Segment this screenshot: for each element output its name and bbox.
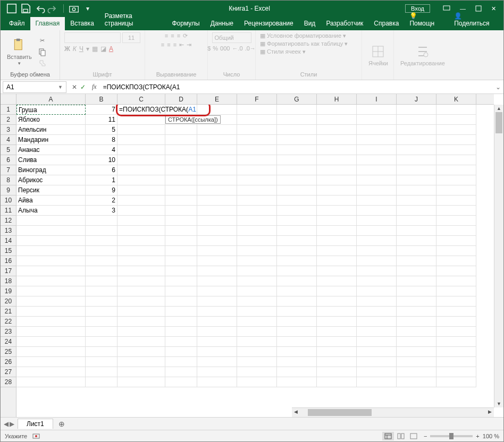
tab-home[interactable]: Главная — [30, 17, 65, 30]
cell-E7[interactable] — [197, 165, 237, 175]
cell-J12[interactable] — [397, 216, 436, 226]
view-normal-icon[interactable] — [382, 432, 394, 440]
cell-I19[interactable] — [357, 286, 397, 296]
cell-D25[interactable] — [165, 347, 197, 357]
cell-B14[interactable] — [86, 236, 117, 246]
cell-F4[interactable] — [237, 135, 277, 145]
tab-view[interactable]: Вид — [299, 17, 321, 30]
cell-C23[interactable] — [117, 327, 165, 337]
cell-E13[interactable] — [197, 226, 237, 236]
cell-K28[interactable] — [436, 377, 476, 387]
cell-A17[interactable] — [16, 266, 86, 276]
cell-I10[interactable] — [357, 196, 397, 206]
cell-A22[interactable] — [16, 317, 86, 327]
cell-G14[interactable] — [277, 236, 317, 246]
cell-D13[interactable] — [165, 226, 197, 236]
font-name-select[interactable] — [64, 32, 121, 43]
cell-C13[interactable] — [117, 226, 165, 236]
cell-A25[interactable] — [16, 347, 86, 357]
cell-H19[interactable] — [317, 286, 357, 296]
cell-G26[interactable] — [277, 357, 317, 367]
tab-help[interactable]: Справка — [368, 17, 404, 30]
cell-A8[interactable]: Абрикос — [16, 175, 86, 185]
cell-F14[interactable] — [237, 236, 277, 246]
cell-A13[interactable] — [16, 226, 86, 236]
cell-F28[interactable] — [237, 377, 277, 387]
italic-button[interactable]: К — [73, 45, 77, 53]
cell-J9[interactable] — [397, 185, 436, 196]
cell-G7[interactable] — [277, 165, 317, 175]
cell-E22[interactable] — [197, 317, 237, 327]
expand-formula-bar-icon[interactable]: ⌄ — [493, 83, 503, 91]
cell-B26[interactable] — [86, 357, 117, 367]
cell-H4[interactable] — [317, 135, 357, 145]
cell-D5[interactable] — [165, 145, 197, 155]
cell-K8[interactable] — [436, 175, 476, 185]
cell-G24[interactable] — [277, 337, 317, 347]
cell-G28[interactable] — [277, 377, 317, 387]
cell-J23[interactable] — [397, 327, 436, 337]
cell-D16[interactable] — [165, 256, 197, 266]
cell-F7[interactable] — [237, 165, 277, 175]
cell-J13[interactable] — [397, 226, 436, 236]
cell-H1[interactable] — [317, 105, 357, 115]
cell-F16[interactable] — [237, 256, 277, 266]
scroll-down-icon[interactable]: ▼ — [494, 400, 503, 407]
fx-icon[interactable]: fx — [89, 83, 100, 91]
name-box[interactable]: A1 ▼ — [3, 81, 66, 93]
cells-container[interactable]: СТРОКА([ссылка]) Груша7=ПОИСКПОЗ(СТРОКА(… — [16, 105, 494, 407]
cell-J19[interactable] — [397, 286, 436, 296]
cell-C2[interactable] — [117, 115, 165, 125]
cell-G8[interactable] — [277, 175, 317, 185]
cell-K11[interactable] — [436, 206, 476, 216]
cell-G22[interactable] — [277, 317, 317, 327]
view-layout-icon[interactable] — [395, 432, 407, 440]
cell-F2[interactable] — [237, 115, 277, 125]
cell-K3[interactable] — [436, 125, 476, 135]
cell-A12[interactable] — [16, 216, 86, 226]
cell-K17[interactable] — [436, 266, 476, 276]
cell-I22[interactable] — [357, 317, 397, 327]
cell-H28[interactable] — [317, 377, 357, 387]
cell-J7[interactable] — [397, 165, 436, 175]
vertical-scrollbar[interactable]: ▲ ▼ — [494, 105, 503, 407]
cell-B24[interactable] — [86, 337, 117, 347]
row-header-4[interactable]: 4 — [1, 135, 16, 145]
cell-I7[interactable] — [357, 165, 397, 175]
tab-share[interactable]: 👤 Поделиться — [449, 10, 503, 30]
cell-A9[interactable]: Персик — [16, 185, 86, 196]
row-header-22[interactable]: 22 — [1, 317, 16, 327]
cell-E24[interactable] — [197, 337, 237, 347]
cell-H10[interactable] — [317, 196, 357, 206]
cell-I11[interactable] — [357, 206, 397, 216]
cell-E1[interactable] — [197, 105, 237, 115]
cell-E14[interactable] — [197, 236, 237, 246]
cell-G21[interactable] — [277, 307, 317, 317]
cell-B12[interactable] — [86, 216, 117, 226]
save-icon[interactable] — [20, 3, 31, 14]
cell-B9[interactable]: 9 — [86, 185, 117, 196]
cell-H15[interactable] — [317, 246, 357, 256]
col-header-G[interactable]: G — [277, 94, 317, 104]
cell-C26[interactable] — [117, 357, 165, 367]
cell-D20[interactable] — [165, 296, 197, 307]
cell-H8[interactable] — [317, 175, 357, 185]
cell-H24[interactable] — [317, 337, 357, 347]
zoom-out-button[interactable]: − — [424, 433, 427, 439]
cell-E12[interactable] — [197, 216, 237, 226]
cell-I3[interactable] — [357, 125, 397, 135]
cell-B3[interactable]: 5 — [86, 125, 117, 135]
row-header-11[interactable]: 11 — [1, 206, 16, 216]
cell-G15[interactable] — [277, 246, 317, 256]
cell-C15[interactable] — [117, 246, 165, 256]
cell-F15[interactable] — [237, 246, 277, 256]
cell-B19[interactable] — [86, 286, 117, 296]
cell-J18[interactable] — [397, 276, 436, 286]
cell-I17[interactable] — [357, 266, 397, 276]
cell-K6[interactable] — [436, 155, 476, 165]
cell-A21[interactable] — [16, 307, 86, 317]
cell-F19[interactable] — [237, 286, 277, 296]
cell-H7[interactable] — [317, 165, 357, 175]
cell-B5[interactable]: 4 — [86, 145, 117, 155]
align-top-icon[interactable]: ≡ — [165, 32, 168, 39]
